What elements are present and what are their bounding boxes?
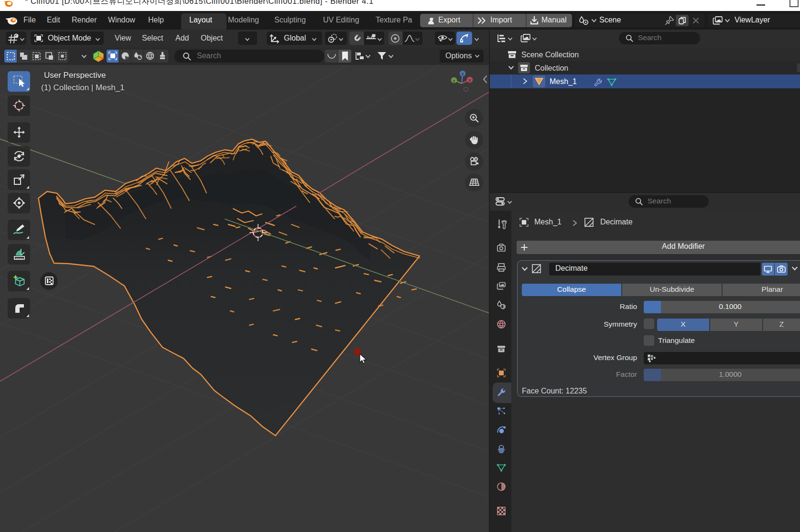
svg-text:x: x [469,77,471,83]
svg-text:z: z [462,71,464,76]
svg-text:y: y [453,78,455,83]
